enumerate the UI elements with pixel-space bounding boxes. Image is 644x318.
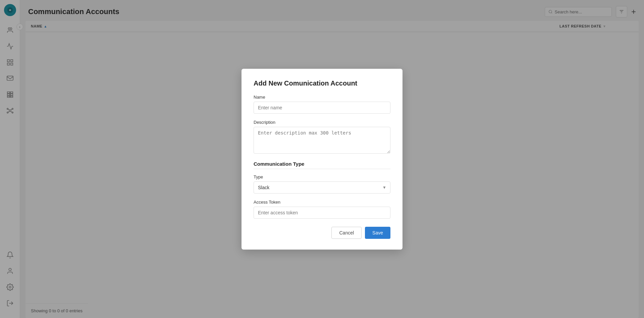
description-label: Description	[254, 120, 390, 125]
modal-footer: Cancel Save	[254, 227, 390, 239]
section-label: Communication Type	[254, 161, 390, 167]
access-token-input[interactable]	[254, 207, 390, 219]
access-token-form-group: Access Token	[254, 200, 390, 219]
modal: Add New Comunication Account Name Descri…	[241, 69, 402, 250]
type-select[interactable]: Slack Email Teams SMS	[254, 181, 390, 194]
description-textarea[interactable]	[254, 127, 390, 154]
name-label: Name	[254, 95, 390, 100]
modal-overlay: Add New Comunication Account Name Descri…	[0, 0, 644, 318]
cancel-button[interactable]: Cancel	[331, 227, 362, 239]
type-label: Type	[254, 174, 390, 179]
access-token-label: Access Token	[254, 200, 390, 205]
save-button[interactable]: Save	[365, 227, 390, 239]
modal-title: Add New Comunication Account	[254, 80, 390, 87]
description-form-group: Description	[254, 120, 390, 155]
name-input[interactable]	[254, 102, 390, 114]
type-select-wrapper: Slack Email Teams SMS ▼	[254, 181, 390, 194]
section-divider	[254, 169, 390, 169]
name-form-group: Name	[254, 95, 390, 114]
communication-type-section: Communication Type Type Slack Email Team…	[254, 161, 390, 194]
